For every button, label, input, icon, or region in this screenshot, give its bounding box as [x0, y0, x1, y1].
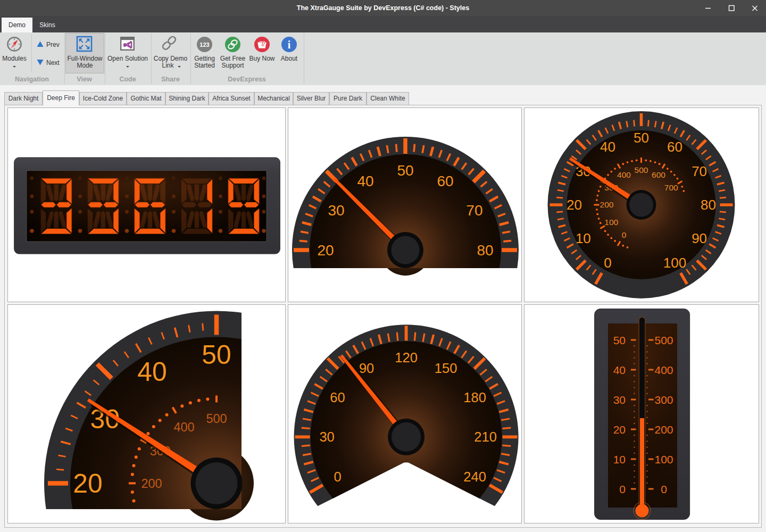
svg-text:400: 400 [654, 364, 673, 376]
svg-text:30: 30 [328, 202, 345, 219]
svg-text:120: 120 [395, 350, 418, 365]
svg-text:i: i [288, 39, 291, 51]
svg-text:60: 60 [330, 390, 345, 405]
svg-text:90: 90 [692, 230, 707, 246]
svg-text:50: 50 [397, 162, 413, 179]
svg-text:20: 20 [567, 197, 582, 213]
svg-text:100: 100 [604, 218, 618, 227]
svg-text:123: 123 [199, 41, 209, 48]
svg-text:50: 50 [634, 130, 649, 146]
svg-text:150: 150 [435, 361, 457, 376]
svg-text:400: 400 [173, 420, 194, 434]
svg-text:500: 500 [206, 412, 227, 426]
svg-text:10: 10 [613, 453, 626, 466]
svg-text:20: 20 [73, 469, 103, 498]
svg-text:20: 20 [317, 242, 334, 259]
svg-text:40: 40 [613, 364, 626, 376]
svg-text:100: 100 [654, 453, 673, 466]
svg-text:700: 700 [664, 183, 678, 192]
svg-text:200: 200 [141, 477, 162, 491]
svg-text:20: 20 [613, 423, 626, 436]
svg-text:240: 240 [463, 469, 486, 484]
svg-text:180: 180 [463, 390, 486, 405]
svg-text:60: 60 [437, 173, 453, 189]
svg-text:40: 40 [600, 139, 615, 155]
svg-text:0: 0 [334, 469, 341, 484]
svg-text:600: 600 [652, 170, 665, 179]
svg-text:200: 200 [654, 423, 673, 436]
svg-text:400: 400 [617, 170, 631, 179]
svg-text:70: 70 [466, 202, 482, 219]
svg-text:210: 210 [474, 429, 497, 444]
svg-text:0: 0 [622, 230, 627, 239]
svg-text:0: 0 [604, 255, 611, 271]
svg-text:0: 0 [619, 483, 626, 495]
svg-text:80: 80 [701, 197, 716, 213]
svg-text:10: 10 [576, 230, 591, 246]
svg-text:80: 80 [477, 242, 493, 259]
svg-text:40: 40 [357, 173, 373, 189]
svg-text:500: 500 [654, 334, 673, 346]
svg-text:50: 50 [613, 334, 626, 346]
svg-text:500: 500 [635, 165, 648, 174]
svg-text:50: 50 [202, 340, 231, 370]
svg-text:30: 30 [319, 429, 334, 444]
svg-text:60: 60 [667, 139, 682, 155]
svg-text:30: 30 [613, 394, 626, 406]
svg-text:40: 40 [137, 357, 167, 387]
svg-text:300: 300 [654, 394, 673, 406]
svg-text:200: 200 [600, 200, 614, 209]
svg-text:70: 70 [692, 163, 707, 179]
svg-text:100: 100 [663, 255, 686, 271]
svg-text:90: 90 [359, 361, 374, 376]
svg-text:0: 0 [661, 483, 667, 495]
